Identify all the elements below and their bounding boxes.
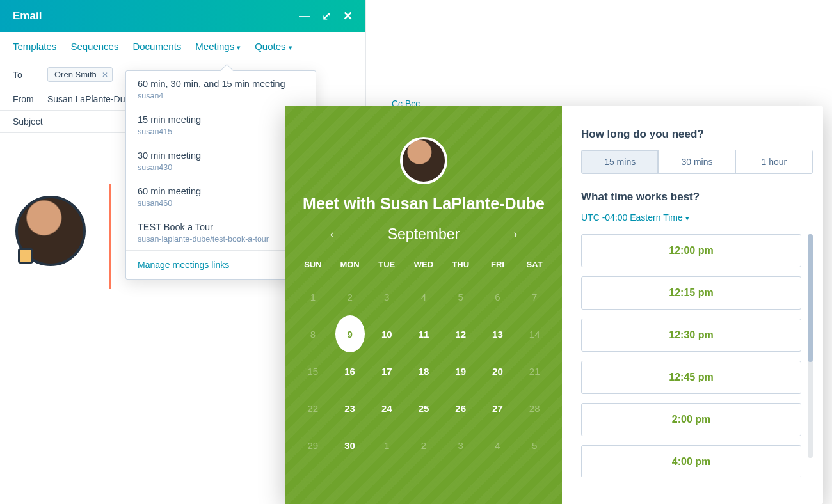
meetings-option-sub: susan4 xyxy=(138,91,304,100)
calendar-panel: Meet with Susan LaPlante-Dube ‹ Septembe… xyxy=(285,106,562,504)
timeslot[interactable]: 12:30 pm xyxy=(581,319,801,352)
calendar-day: 6 xyxy=(479,278,516,315)
calendar-day[interactable]: 27 xyxy=(479,390,516,427)
calendar-row: 15161718192021 xyxy=(294,352,553,390)
timezone-label: UTC -04:00 Eastern Time xyxy=(581,212,683,223)
compose-accent-bar xyxy=(109,184,111,289)
meetings-option-title: TEST Book a Tour xyxy=(138,222,304,232)
dow-label: WED xyxy=(405,255,442,278)
dow-label: SAT xyxy=(516,255,553,278)
timeslot[interactable]: 2:00 pm xyxy=(581,403,801,436)
month-label: September xyxy=(388,226,460,243)
meetings-option-sub: susan460 xyxy=(138,199,304,208)
calendar-day[interactable]: 11 xyxy=(405,315,442,352)
duration-option[interactable]: 1 hour xyxy=(736,150,812,173)
recipient-chip[interactable]: Oren Smith ✕ xyxy=(47,67,113,82)
to-label: To xyxy=(13,70,47,80)
scrollbar-thumb[interactable] xyxy=(808,234,813,362)
duration-toggle: 15 mins30 mins1 hour xyxy=(581,150,813,174)
meetings-option[interactable]: 60 min, 30 min, and 15 min meetingsusan4 xyxy=(126,71,316,107)
calendar-day: 21 xyxy=(516,352,553,390)
remove-recipient-icon[interactable]: ✕ xyxy=(102,70,108,79)
calendar-grid: SUNMONTUEWEDTHUFRISAT 123456789101112131… xyxy=(294,255,553,464)
timezone-select[interactable]: UTC -04:00 Eastern Time▾ xyxy=(581,212,813,223)
time-panel: How long do you need? 15 mins30 mins1 ho… xyxy=(562,106,823,504)
tab-documents[interactable]: Documents xyxy=(132,41,181,52)
tab-meetings-label: Meetings xyxy=(195,41,234,52)
calendar-day: 4 xyxy=(479,427,516,464)
chevron-down-icon: ▾ xyxy=(289,43,292,51)
calendar-day[interactable]: 26 xyxy=(442,390,479,427)
timeslot[interactable]: 12:45 pm xyxy=(581,361,801,394)
timeslot[interactable]: 12:15 pm xyxy=(581,276,801,310)
time-heading: What time works best? xyxy=(581,191,813,203)
meetings-option-title: 60 min meeting xyxy=(138,186,304,196)
meetings-option-sub: susan430 xyxy=(138,163,304,172)
prev-month-icon[interactable]: ‹ xyxy=(316,228,348,241)
calendar-day[interactable]: 13 xyxy=(479,315,516,352)
calendar-day[interactable]: 30 xyxy=(332,427,369,464)
calendar-day[interactable]: 9 xyxy=(332,315,369,352)
tab-meetings[interactable]: Meetings▾ xyxy=(195,41,241,52)
meetings-option-title: 15 min meeting xyxy=(138,114,304,125)
calendar-day: 3 xyxy=(368,278,405,315)
calendar-day[interactable]: 25 xyxy=(405,390,442,427)
calendar-day[interactable]: 23 xyxy=(332,390,369,427)
avatar-badge-icon xyxy=(18,248,33,264)
from-label: From xyxy=(13,94,47,104)
calendar-day: 2 xyxy=(405,427,442,464)
calendar-day: 8 xyxy=(294,315,332,352)
meetings-option-title: 60 min, 30 min, and 15 min meeting xyxy=(138,79,304,89)
calendar-day[interactable]: 10 xyxy=(368,315,405,352)
dow-label: FRI xyxy=(479,255,516,278)
timeslot-scrollbar[interactable] xyxy=(808,234,813,458)
duration-option[interactable]: 30 mins xyxy=(659,150,735,173)
calendar-day: 14 xyxy=(516,315,553,352)
calendar-day: 2 xyxy=(332,278,369,315)
minimize-icon[interactable]: — xyxy=(299,10,310,23)
dow-label: MON xyxy=(332,255,369,278)
calendar-day: 3 xyxy=(442,427,479,464)
calendar-day[interactable]: 16 xyxy=(332,352,369,390)
recipient-name: Oren Smith xyxy=(54,70,97,79)
calendar-day: 29 xyxy=(294,427,332,464)
sender-avatar xyxy=(15,196,86,266)
meetings-option-sub: susan-laplante-dube/test-book-a-tour xyxy=(138,235,304,244)
calendar-day[interactable]: 18 xyxy=(405,352,442,390)
calendar-day: 1 xyxy=(294,278,332,315)
calendar-day[interactable]: 19 xyxy=(442,352,479,390)
meetings-option-sub: susan415 xyxy=(138,127,304,136)
host-avatar xyxy=(400,137,447,184)
calendar-day[interactable]: 17 xyxy=(368,352,405,390)
timeslot[interactable]: 12:00 pm xyxy=(581,234,801,267)
timeslot[interactable]: 4:00 pm xyxy=(581,445,801,477)
next-month-icon[interactable]: › xyxy=(499,228,531,241)
calendar-day: 15 xyxy=(294,352,332,390)
calendar-day: 22 xyxy=(294,390,332,427)
tab-quotes-label: Quotes xyxy=(255,41,285,52)
close-icon[interactable]: ✕ xyxy=(343,9,353,23)
subject-label: Subject xyxy=(13,116,47,127)
chevron-down-icon: ▾ xyxy=(237,43,241,51)
tab-templates[interactable]: Templates xyxy=(13,41,56,52)
meeting-booking-modal: Meet with Susan LaPlante-Dube ‹ Septembe… xyxy=(285,106,823,504)
calendar-day: 4 xyxy=(405,278,442,315)
calendar-day[interactable]: 20 xyxy=(479,352,516,390)
calendar-row: 293012345 xyxy=(294,427,553,464)
calendar-row: 1234567 xyxy=(294,278,553,315)
calendar-day[interactable]: 24 xyxy=(368,390,405,427)
expand-icon[interactable]: ⤢ xyxy=(322,9,332,23)
calendar-day: 1 xyxy=(368,427,405,464)
duration-heading: How long do you need? xyxy=(581,128,813,141)
tab-sequences[interactable]: Sequences xyxy=(70,41,118,52)
calendar-day: 5 xyxy=(442,278,479,315)
email-titlebar: Email — ⤢ ✕ xyxy=(0,0,365,32)
dow-label: SUN xyxy=(294,255,332,278)
duration-option[interactable]: 15 mins xyxy=(582,150,659,173)
tab-quotes[interactable]: Quotes▾ xyxy=(255,41,292,52)
from-value: Susan LaPlante-Dub xyxy=(47,94,130,104)
calendar-row: 891011121314 xyxy=(294,315,553,352)
calendar-day: 28 xyxy=(516,390,553,427)
chevron-down-icon: ▾ xyxy=(685,214,689,222)
calendar-day[interactable]: 12 xyxy=(442,315,479,352)
